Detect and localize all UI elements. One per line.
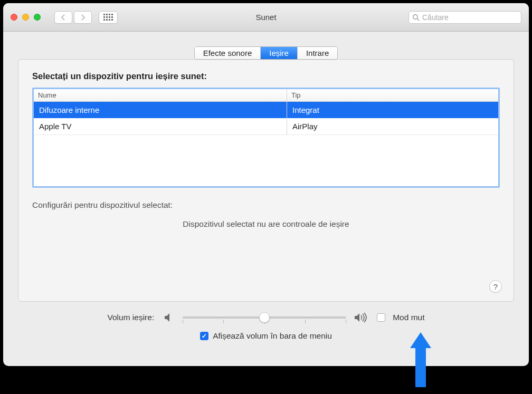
search-field-wrap[interactable] (408, 11, 521, 24)
panel-title: Selectați un dispozitiv pentru ieșire su… (32, 71, 500, 81)
mute-checkbox[interactable] (377, 313, 385, 322)
device-name: Difuzoare interne (34, 102, 287, 118)
zoom-button[interactable] (34, 14, 41, 21)
volume-label: Volum ieșire: (107, 313, 154, 322)
device-type: Integrat (287, 102, 498, 118)
forward-button[interactable] (74, 11, 92, 24)
speaker-min-icon (164, 312, 175, 323)
grid-icon (103, 14, 113, 21)
volume-slider[interactable] (183, 311, 346, 324)
back-button[interactable] (54, 11, 72, 24)
chevron-right-icon (80, 14, 86, 21)
column-name-header[interactable]: Nume (34, 89, 287, 101)
search-icon (412, 14, 420, 21)
table-header: Nume Tip (34, 89, 498, 102)
device-name: Apple TV (34, 118, 287, 134)
menu-bar-volume-row: Afișează volum în bara de meniu (50, 331, 482, 341)
minimize-button[interactable] (22, 14, 29, 21)
table-row[interactable]: Apple TV AirPlay (34, 118, 498, 135)
bottom-controls: Volum ieșire: Mod (18, 311, 514, 341)
output-panel: Selectați un dispozitiv pentru ieșire su… (18, 59, 514, 302)
search-input[interactable] (422, 13, 518, 22)
show-in-menu-checkbox[interactable] (200, 332, 208, 340)
show-in-menu-label: Afișează volum în bara de meniu (213, 331, 332, 341)
device-type: AirPlay (287, 118, 498, 134)
help-button[interactable]: ? (489, 280, 502, 293)
content: Efecte sonore Ieșire Intrare Selectați u… (3, 32, 529, 351)
speaker-max-icon (354, 312, 369, 323)
column-type-header[interactable]: Tip (287, 89, 498, 101)
chevron-left-icon (61, 14, 66, 21)
tab-output[interactable]: Ieșire (261, 47, 298, 59)
device-table: Nume Tip Difuzoare interne Integrat Appl… (32, 88, 500, 188)
sound-preferences-window: Sunet Efecte sonore Ieșire Intrare Selec… (3, 3, 529, 366)
titlebar: Sunet (3, 3, 529, 32)
question-icon: ? (493, 282, 498, 291)
svg-point-0 (413, 14, 417, 18)
tab-input[interactable]: Intrare (298, 47, 337, 59)
table-row[interactable]: Difuzoare interne Integrat (34, 102, 498, 118)
mute-label: Mod mut (393, 313, 424, 322)
close-button[interactable] (11, 14, 17, 21)
svg-line-1 (417, 18, 419, 21)
table-body: Difuzoare interne Integrat Apple TV AirP… (34, 102, 498, 186)
nav-group (54, 11, 118, 24)
traffic-lights (11, 14, 41, 21)
tab-sound-effects[interactable]: Efecte sonore (195, 47, 261, 59)
no-output-controls-text: Dispozitivul selectat nu are controale d… (32, 219, 500, 229)
settings-for-label: Configurări pentru dispozitivul selectat… (32, 200, 500, 210)
show-all-button[interactable] (99, 11, 118, 24)
volume-row: Volum ieșire: Mod (50, 311, 482, 324)
tab-bar: Efecte sonore Ieșire Intrare (18, 46, 514, 60)
